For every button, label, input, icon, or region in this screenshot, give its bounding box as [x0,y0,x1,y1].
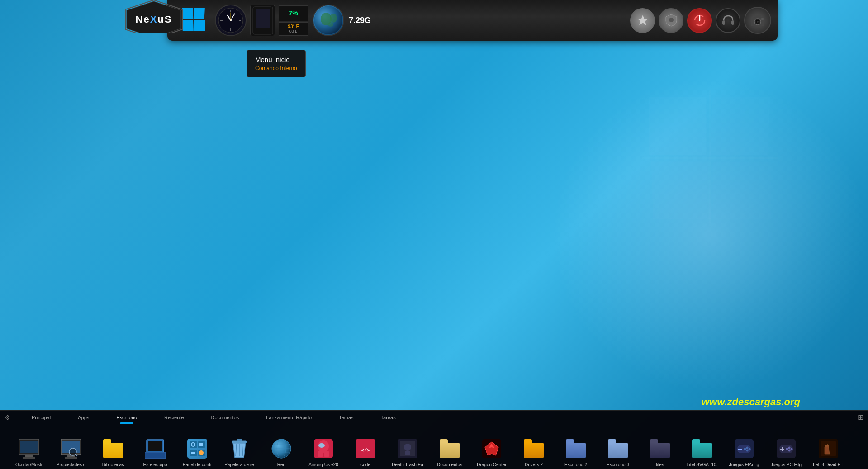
memory-widget: 7.29G [349,16,371,25]
svg-rect-23 [256,9,270,28]
svg-rect-40 [761,18,764,20]
drivers2-icon [522,437,545,460]
escritorio2-label: Escritorio 2 [564,462,587,467]
headset-icon-button[interactable] [716,8,740,33]
taskbar-item-juegos-amig[interactable]: Juegos ElAmig [724,426,764,467]
panel-icon [185,437,209,460]
code-label: code [360,462,370,467]
star-icon-button[interactable] [630,8,655,33]
taskbar-item-code[interactable]: </> code [346,426,385,467]
tooltip-subtitle: Comando Interno [255,65,297,71]
svg-point-82 [746,447,749,449]
taskbar: ⚙ Principal Apps Escritorio Reciente Doc… [0,410,868,469]
escritorio2-icon [564,437,588,460]
svg-rect-55 [145,452,166,459]
among-us-label: Among Us v20 [308,462,338,467]
security-icon-button[interactable] [659,8,683,33]
desktop: NeXuS [0,0,868,469]
svg-rect-10 [194,8,205,19]
intel-label: Intel SVGA_10. [687,462,718,467]
left4dead-label: Left 4 Dead PT [813,462,843,467]
svg-rect-69 [318,451,323,457]
taskbar-settings-icon[interactable]: ⚙ [5,414,10,421]
svg-point-28 [328,22,333,27]
tab-temas[interactable]: Temas [325,411,367,424]
tab-reciente[interactable]: Reciente [151,411,197,424]
taskbar-item-bibliotecas[interactable]: Bibliotecas [93,426,133,467]
documentos-label: Documentos [437,462,462,467]
taskbar-item-intel[interactable]: Intel SVGA_10. [682,426,722,467]
power-icon-button[interactable] [687,8,712,33]
svg-point-91 [791,448,793,450]
cpu-widget: 7% 93° F 03 L [279,5,308,36]
svg-rect-44 [23,457,35,459]
taskbar-item-documentos[interactable]: Documentos [430,426,470,467]
taskbar-item-red[interactable]: Red [261,426,301,467]
memory-value: 7.29G [349,16,371,25]
svg-rect-34 [731,20,734,25]
taskbar-icons-container: Ocultar/Mostr Propiedades d [0,424,868,469]
files-icon [648,437,672,460]
tab-documentos[interactable]: Documentos [198,411,253,424]
start-menu-tooltip: Menú Inicio Comando Interno [247,50,306,77]
papelera-label: Papelera de re [224,462,254,467]
documentos-icon [438,437,461,460]
tab-apps[interactable]: Apps [64,411,103,424]
tab-lanzamiento[interactable]: Lanzamiento Rápido [252,411,325,424]
taskbar-item-juegos-pc[interactable]: Juegos PC Fitg [766,426,806,467]
red-icon [270,437,293,460]
svg-rect-2 [651,162,711,220]
svg-rect-48 [65,457,77,459]
camera-icon-button[interactable] [744,7,771,34]
este-equipo-icon [143,437,167,460]
taskbar-item-escritorio3[interactable]: Escritorio 3 [598,426,638,467]
juegos-amig-icon [732,437,756,460]
taskbar-item-papelera[interactable]: Papelera de re [219,426,259,467]
svg-rect-1 [710,97,770,155]
death-trash-icon [396,437,419,460]
taskbar-item-left4dead[interactable]: Left 4 Dead PT [808,426,848,467]
taskbar-item-este-equipo[interactable]: Este equipo [135,426,175,467]
code-icon: </> [354,437,377,460]
left4dead-icon [816,437,840,460]
escritorio3-icon [606,437,630,460]
juegos-pc-label: Juegos PC Fitg [771,462,802,467]
svg-rect-43 [25,455,33,457]
windows-logo-watermark [642,90,778,226]
svg-point-76 [404,444,411,451]
taskbar-expand-button[interactable]: ⊞ [858,413,863,422]
clock-widget [215,5,247,36]
among-us-icon [312,437,335,460]
taskbar-item-panel[interactable]: Panel de contr [177,426,217,467]
tab-escritorio[interactable]: Escritorio [103,411,151,424]
tab-tareas[interactable]: Tareas [367,411,409,424]
juegos-amig-label: Juegos ElAmig [729,462,759,467]
taskbar-item-dragon[interactable]: Dragon Center [472,426,512,467]
svg-rect-70 [324,451,329,457]
svg-rect-12 [194,20,205,31]
svg-point-71 [318,443,325,448]
bibliotecas-label: Bibliotecas [102,462,124,467]
nexus-bar: NeXuS [167,0,778,41]
taskbar-item-files[interactable]: files [640,426,680,467]
svg-rect-39 [754,15,761,18]
red-label: Red [277,462,285,467]
dragon-label: Dragon Center [477,462,507,467]
tooltip-title: Menú Inicio [255,56,297,63]
taskbar-item-drivers2[interactable]: Drivers 2 [514,426,554,467]
taskbar-item-death-trash[interactable]: Death Trash Ea [388,426,427,467]
taskbar-item-escritorio2[interactable]: Escritorio 2 [556,426,596,467]
tab-principal[interactable]: Principal [18,411,64,424]
svg-point-83 [749,448,751,450]
svg-rect-57 [237,439,242,441]
svg-text:NeXuS: NeXuS [136,14,172,25]
svg-rect-52 [148,441,162,451]
escritorio3-label: Escritorio 3 [607,462,629,467]
taskbar-item-among-us[interactable]: Among Us v20 [304,426,343,467]
taskbar-item-propiedades[interactable]: Propiedades d [51,426,91,467]
taskbar-tabs: ⚙ Principal Apps Escritorio Reciente Doc… [0,411,868,424]
watermark: www.zdescargas.org [702,396,800,408]
death-trash-label: Death Trash Ea [392,462,423,467]
taskbar-item-ocultar[interactable]: Ocultar/Mostr [9,426,49,467]
panel-label: Panel de contr [183,462,212,467]
